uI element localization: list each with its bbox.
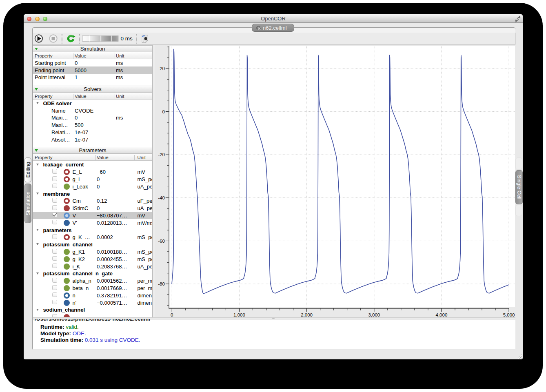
- svg-text:20: 20: [160, 66, 165, 71]
- svg-text:-40: -40: [158, 195, 165, 200]
- svg-text:2,000: 2,000: [301, 312, 313, 317]
- svg-text:1,000: 1,000: [233, 312, 245, 317]
- svg-text:5,000: 5,000: [503, 312, 515, 317]
- svg-text:4,000: 4,000: [435, 312, 447, 317]
- svg-text:-20: -20: [158, 152, 165, 157]
- svg-text:-80: -80: [158, 281, 165, 286]
- svg-text:-60: -60: [158, 239, 165, 244]
- svg-text:3,000: 3,000: [368, 312, 380, 317]
- svg-text:0: 0: [171, 312, 173, 317]
- svg-text:0 ms: 0 ms: [121, 35, 133, 42]
- svg-text:0: 0: [162, 109, 164, 114]
